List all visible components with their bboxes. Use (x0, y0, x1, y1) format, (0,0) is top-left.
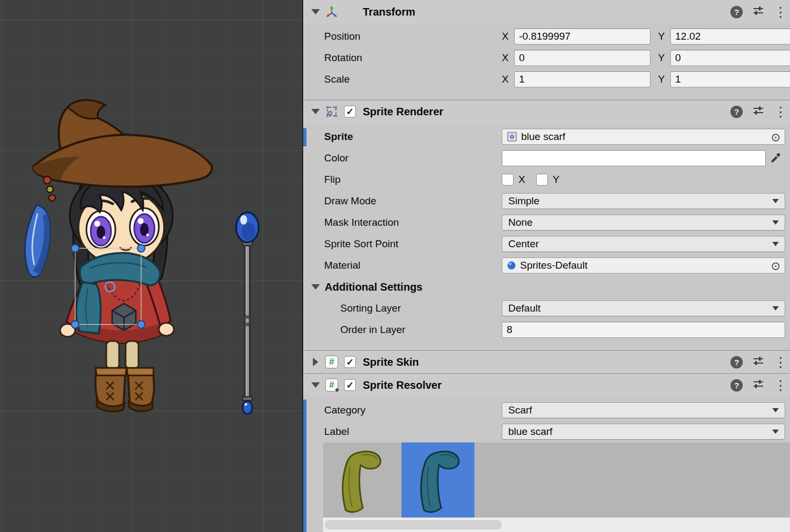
gizmo-handle-bottom-left[interactable] (71, 321, 79, 328)
sprite-renderer-header[interactable]: ✓ Sprite Renderer ? ⋮ (303, 100, 790, 123)
category-dropdown[interactable]: Scarf (502, 402, 785, 418)
axis-y-label: Y (658, 31, 667, 42)
eyedropper-icon[interactable] (766, 152, 785, 164)
presets-icon[interactable] (752, 378, 764, 392)
thumbnail-scrollbar[interactable] (323, 518, 790, 532)
presets-icon[interactable] (752, 105, 764, 119)
gizmo-handle-bottom-right[interactable] (137, 321, 145, 328)
material-label: Material (324, 260, 502, 271)
scale-label: Scale (324, 73, 502, 85)
sprite-skin-icon: # (325, 355, 339, 369)
chevron-down-icon (772, 199, 779, 203)
sprite-resolver-enabled-checkbox[interactable]: ✓ (344, 379, 356, 391)
sprite-thumbnail-strip (323, 442, 790, 518)
help-icon[interactable]: ? (730, 106, 743, 118)
flip-label: Flip (324, 174, 502, 186)
sprite-skin-enabled-checkbox[interactable]: ✓ (344, 356, 356, 368)
position-x-input[interactable] (514, 28, 650, 45)
scrollbar-thumb[interactable] (325, 520, 502, 529)
transform-component: Transform ? ⋮ (303, 0, 790, 100)
rotation-x-input[interactable] (514, 50, 650, 66)
gizmo-handle-top-left[interactable] (71, 245, 79, 252)
flip-row: Flip X Y (303, 169, 790, 190)
sorting-layer-dropdown[interactable]: Default (502, 300, 785, 316)
foldout-open-icon[interactable] (310, 9, 321, 14)
chevron-down-icon (772, 220, 779, 225)
sprite-row: Sprite blue scarf ⊙ (303, 126, 790, 147)
foldout-open-icon[interactable] (310, 284, 321, 290)
more-menu-icon[interactable]: ⋮ (774, 6, 782, 18)
sprite-thumbnail-icon (507, 131, 517, 142)
material-row: Material Sprites-Default ⊙ (303, 255, 790, 276)
category-value: Scarf (508, 404, 532, 416)
character-sprite[interactable] (25, 100, 212, 412)
sprite-sort-point-dropdown[interactable]: Center (502, 236, 785, 252)
foldout-open-icon[interactable] (310, 109, 321, 114)
material-object-name: Sprites-Default (520, 260, 588, 271)
presets-icon[interactable] (752, 355, 764, 369)
presets-icon[interactable] (752, 5, 764, 19)
additional-settings-label: Additional Settings (325, 281, 422, 293)
flip-y-label: Y (553, 174, 560, 186)
more-menu-icon[interactable]: ⋮ (774, 106, 782, 118)
axis-x-label: X (502, 31, 511, 42)
scale-row: Scale X Y Z (303, 69, 790, 90)
foldout-open-icon[interactable] (310, 382, 321, 388)
flip-x-checkbox[interactable] (502, 174, 514, 186)
sprite-renderer-icon (325, 105, 339, 119)
draw-mode-dropdown[interactable]: Simple (502, 193, 785, 209)
additional-settings-row[interactable]: Additional Settings (303, 276, 790, 298)
sprite-object-name: blue scarf (521, 131, 565, 143)
sprite-skin-component: # ✓ Sprite Skin ? ⋮ (303, 350, 790, 373)
sprite-object-field[interactable]: blue scarf ⊙ (502, 129, 785, 145)
scene-view[interactable] (0, 0, 302, 532)
object-picker-icon[interactable]: ⊙ (771, 260, 780, 271)
mask-interaction-dropdown[interactable]: None (502, 215, 785, 231)
object-picker-icon[interactable]: ⊙ (771, 131, 780, 143)
help-icon[interactable]: ? (730, 379, 743, 391)
chevron-down-icon (772, 306, 779, 311)
order-in-layer-input[interactable] (502, 322, 785, 338)
order-in-layer-label: Order in Layer (324, 324, 502, 336)
chevron-down-icon (772, 430, 779, 434)
chevron-down-icon (772, 242, 779, 246)
color-label: Color (324, 152, 502, 164)
help-icon[interactable]: ? (730, 6, 743, 18)
transform-header[interactable]: Transform ? ⋮ (303, 0, 790, 24)
material-object-field[interactable]: Sprites-Default ⊙ (502, 257, 785, 274)
mask-interaction-label: Mask Interaction (324, 217, 502, 228)
rotation-y-input[interactable] (670, 50, 790, 66)
sprite-resolver-icon: #+ (325, 378, 339, 392)
foldout-closed-icon[interactable] (310, 358, 321, 366)
transform-title: Transform (363, 6, 415, 18)
scale-x-input[interactable] (514, 71, 650, 87)
hat-beads-and-feather (25, 176, 55, 277)
gizmo-handle-top-right[interactable] (137, 245, 145, 252)
position-y-input[interactable] (670, 28, 790, 45)
sprite-skin-header[interactable]: # ✓ Sprite Skin ? ⋮ (303, 351, 790, 373)
category-label: Category (324, 404, 502, 416)
sprite-resolver-header[interactable]: #+ ✓ Sprite Resolver ? ⋮ (303, 374, 790, 396)
draw-mode-value: Simple (508, 195, 539, 207)
sprite-sort-point-label: Sprite Sort Point (324, 238, 502, 250)
thumbnail-green-scarf[interactable] (323, 442, 396, 518)
rotation-label: Rotation (324, 52, 502, 64)
more-menu-icon[interactable]: ⋮ (774, 356, 782, 368)
sprite-sort-point-row: Sprite Sort Point Center (303, 233, 790, 255)
flip-y-checkbox[interactable] (536, 174, 548, 186)
help-icon[interactable]: ? (730, 356, 743, 368)
axis-x-label: X (502, 73, 511, 85)
axis-y-label: Y (658, 73, 667, 85)
position-row: Position X Y Z (303, 26, 790, 47)
thumbnail-blue-scarf[interactable] (401, 442, 474, 518)
axis-x-label: X (502, 52, 511, 64)
scale-y-input[interactable] (670, 71, 790, 87)
sprite-renderer-enabled-checkbox[interactable]: ✓ (344, 106, 356, 117)
label-label: Label (324, 426, 502, 438)
label-dropdown[interactable]: blue scarf (502, 424, 785, 440)
staff-sprite[interactable] (236, 212, 259, 414)
category-row: Category Scarf (303, 400, 790, 421)
color-swatch[interactable] (502, 150, 766, 166)
more-menu-icon[interactable]: ⋮ (774, 379, 782, 391)
order-in-layer-row: Order in Layer (303, 319, 790, 341)
